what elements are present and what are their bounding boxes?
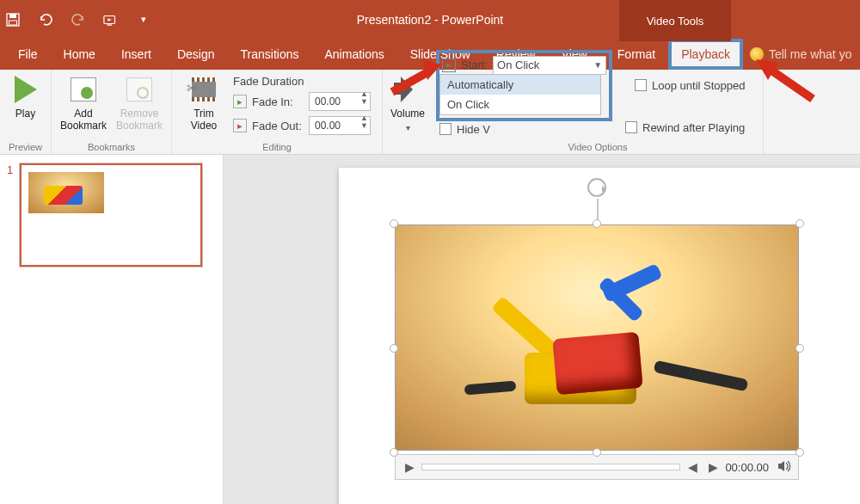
group-bookmarks-label: Bookmarks xyxy=(88,142,135,152)
video-player-bar: ▶ ◀ ▶ 00:00.00 xyxy=(395,454,799,480)
title-bar: ▾ Presentation2 - PowerPoint Video Tools xyxy=(0,0,860,39)
group-preview-label: Preview xyxy=(9,142,42,152)
fade-out-icon: ▸ xyxy=(233,119,247,132)
loop-checkbox[interactable] xyxy=(635,79,647,91)
player-seek-track[interactable] xyxy=(421,464,680,470)
svg-rect-2 xyxy=(9,21,17,25)
video-object[interactable]: ▶ ◀ ▶ 00:00.00 xyxy=(395,224,799,472)
volume-icon xyxy=(394,77,421,102)
play-button[interactable]: Play xyxy=(2,73,49,120)
group-editing: Trim Video Fade Duration ▸ Fade In: 00.0… xyxy=(172,70,383,154)
player-step-forward-button[interactable]: ▶ xyxy=(704,460,722,474)
rewind-checkbox[interactable] xyxy=(625,121,637,133)
slide-editing-area[interactable]: ▶ ◀ ▶ 00:00.00 xyxy=(224,155,860,504)
tab-format[interactable]: Format xyxy=(605,39,668,70)
resize-handle-n[interactable] xyxy=(593,219,601,228)
start-label: Start: xyxy=(461,58,488,71)
qat-more-icon[interactable]: ▾ xyxy=(136,12,151,28)
tab-home[interactable]: Home xyxy=(51,39,108,70)
hide-label: Hide V xyxy=(457,123,490,136)
fade-out-label: Fade Out: xyxy=(252,120,304,132)
tab-transitions[interactable]: Transitions xyxy=(228,39,312,70)
resize-handle-e[interactable] xyxy=(796,344,804,353)
tab-file[interactable]: File xyxy=(5,39,51,70)
fade-in-icon: ▸ xyxy=(233,95,247,108)
start-dropdown-list: Automatically On Click xyxy=(439,74,601,115)
resize-handle-sw[interactable] xyxy=(390,448,398,457)
slide-thumbnails-pane[interactable]: 1 xyxy=(0,155,224,504)
loop-checkbox-row[interactable]: Loop until Stopped xyxy=(635,75,745,95)
volume-label: Volume xyxy=(390,108,425,120)
video-frame-image xyxy=(395,224,799,451)
group-editing-label: Editing xyxy=(262,142,292,152)
trim-video-icon xyxy=(192,77,216,101)
slide-thumbnail-1[interactable] xyxy=(20,163,202,267)
volume-button[interactable]: Volume ▾ xyxy=(384,73,432,132)
fade-in-value: 00.00 xyxy=(315,95,341,108)
volume-button-wrap: Volume ▾ xyxy=(383,70,433,154)
slide-thumbnail-number: 1 xyxy=(7,163,13,176)
ribbon-tabs: File Home Insert Design Transitions Anim… xyxy=(0,39,860,70)
start-option-on-click[interactable]: On Click xyxy=(440,95,600,114)
slide-thumbnail-image xyxy=(28,172,104,213)
resize-handle-nw[interactable] xyxy=(390,219,398,228)
tell-me-search[interactable]: Tell me what yo xyxy=(750,39,851,70)
group-bookmarks: Add Bookmark Remove Bookmark Bookmarks xyxy=(52,70,172,154)
player-time-display: 00:00.00 xyxy=(725,461,769,474)
fade-in-input[interactable]: 00.00 ▲▼ xyxy=(309,92,371,111)
lightbulb-icon xyxy=(750,47,764,61)
start-dropdown-cluster: ▸ Start: On Click ▼ Automatically On Cli… xyxy=(439,53,609,118)
fade-duration-title: Fade Duration xyxy=(233,75,371,88)
add-bookmark-label: Add Bookmark xyxy=(60,108,107,132)
tell-me-placeholder: Tell me what yo xyxy=(769,47,851,61)
add-bookmark-button[interactable]: Add Bookmark xyxy=(60,73,108,132)
trim-video-label: Trim Video xyxy=(191,108,217,132)
remove-bookmark-button: Remove Bookmark xyxy=(116,73,163,132)
tab-design[interactable]: Design xyxy=(164,39,228,70)
trim-video-button[interactable]: Trim Video xyxy=(183,73,224,132)
fade-in-label: Fade In: xyxy=(252,95,304,108)
add-bookmark-icon xyxy=(71,77,96,101)
hide-while-not-playing-checkbox[interactable] xyxy=(439,123,452,135)
resize-handle-w[interactable] xyxy=(390,344,398,353)
player-step-back-button[interactable]: ◀ xyxy=(684,460,701,474)
tab-playback[interactable]: Playback xyxy=(668,39,743,70)
quick-access-toolbar: ▾ xyxy=(5,0,151,39)
contextual-tab-title: Video Tools xyxy=(619,0,731,41)
save-icon[interactable] xyxy=(5,12,21,28)
start-icon: ▸ xyxy=(442,58,456,72)
player-play-button[interactable]: ▶ xyxy=(401,460,418,474)
play-label: Play xyxy=(15,108,35,120)
start-combo-value: On Click xyxy=(497,58,539,71)
group-video-options-label: Video Options xyxy=(439,142,756,152)
undo-icon[interactable] xyxy=(38,12,53,28)
svg-rect-1 xyxy=(9,14,16,18)
play-icon xyxy=(15,76,37,103)
rewind-label: Rewind after Playing xyxy=(642,121,745,134)
fade-out-input[interactable]: 00.00 ▲▼ xyxy=(309,116,371,135)
video-content-illustration xyxy=(473,284,705,430)
content-area: 1 xyxy=(0,155,860,504)
tab-insert[interactable]: Insert xyxy=(108,39,164,70)
ribbon: Play Preview Add Bookmark Remove Bookmar… xyxy=(0,70,860,155)
tab-animations[interactable]: Animations xyxy=(311,39,396,70)
fade-out-value: 00.00 xyxy=(315,120,341,132)
slide-canvas[interactable]: ▶ ◀ ▶ 00:00.00 xyxy=(339,168,860,504)
player-volume-button[interactable] xyxy=(776,460,793,475)
start-from-beginning-icon[interactable] xyxy=(103,12,119,28)
resize-handle-se[interactable] xyxy=(796,448,804,457)
resize-handle-ne[interactable] xyxy=(796,219,804,228)
rotate-handle[interactable] xyxy=(587,178,606,197)
group-preview: Play Preview xyxy=(0,70,52,154)
remove-bookmark-label: Remove Bookmark xyxy=(116,108,163,132)
start-option-automatically[interactable]: Automatically xyxy=(440,75,600,95)
resize-handle-s[interactable] xyxy=(593,448,601,457)
svg-rect-4 xyxy=(108,24,112,25)
slide-thumbnail-1-row[interactable]: 1 xyxy=(7,163,216,267)
start-combo[interactable]: On Click ▼ xyxy=(493,56,606,75)
redo-icon[interactable] xyxy=(71,12,86,28)
loop-label: Loop until Stopped xyxy=(652,79,745,92)
remove-bookmark-icon xyxy=(126,77,152,101)
chevron-down-icon: ▼ xyxy=(593,60,602,70)
group-video-options: ▸ Start: On Click ▼ Automatically On Cli… xyxy=(433,70,764,154)
